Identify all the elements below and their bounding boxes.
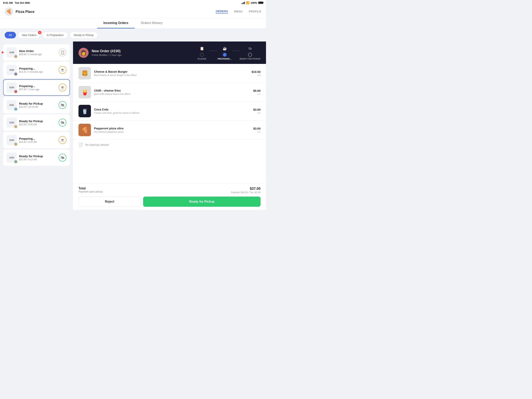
step-ready-icon: 🛍: [247, 45, 253, 52]
order-detail-title: New Order (#230): [92, 49, 191, 53]
note-icon: 📄: [78, 143, 83, 147]
order-number-box-230: #230: [7, 82, 17, 93]
order-id-232: #232: [9, 121, 14, 124]
order-id-231: #231: [9, 104, 14, 106]
item-qty-cola: x 1: [253, 112, 260, 114]
order-icon-232: 🛍: [59, 119, 66, 126]
nav-menu[interactable]: MENU: [234, 10, 243, 13]
nav-orders[interactable]: ORDERS: [216, 10, 228, 14]
item-details-pizza: Pepperoni pizza slice Our famous peppero…: [94, 127, 250, 133]
payment-method: Payment upon pickup: [78, 190, 103, 193]
action-buttons: Reject Ready for Pickup: [78, 197, 260, 207]
order-id-228: #228: [9, 51, 14, 54]
battery-percent: 100%: [251, 1, 257, 4]
order-item-pizza: 🍕 Pepperoni pizza slice Our famous peppe…: [73, 121, 266, 140]
order-status-229: Preparing...: [19, 67, 56, 70]
order-item-fries: 🍟 Chilli - cheese fries Best chilli chee…: [73, 83, 266, 102]
total-label: Total: [78, 187, 103, 190]
new-order-dot: [1, 51, 4, 53]
order-icon-228: 📋: [59, 49, 66, 56]
order-id-230: #230: [9, 86, 14, 89]
item-name-fries: Chilli - cheese fries: [94, 89, 250, 92]
order-header: 👩 New Order (#230) Chloé Modibo / 1 hour…: [73, 41, 266, 64]
order-id-229: #229: [9, 69, 14, 71]
order-status-233: Preparing...: [19, 137, 56, 140]
order-meta-231: $32.00 / 10:15 AM: [19, 106, 56, 108]
order-card-231[interactable]: #231 Ready for Pickup $32.00 / 10:15 AM …: [3, 97, 70, 113]
order-note: 📄 No toppings please!: [73, 140, 266, 150]
order-icon-229: ☕: [59, 66, 66, 74]
status-time: 9:41 AM: [3, 1, 13, 4]
item-price-area-cola: $3.00 x 1: [253, 108, 260, 114]
order-card-229[interactable]: #229 Preparing... $14.20 / 5 minutes ago…: [3, 62, 70, 78]
order-card-232[interactable]: #232 Ready for Pickup $22.00 / 9:45 AM 🛍: [3, 114, 70, 131]
filter-all[interactable]: All: [5, 32, 16, 38]
total-amount: $37.00: [231, 187, 260, 191]
order-icon-234: 🛍: [59, 154, 66, 161]
avatar-229: [14, 72, 18, 76]
order-card-233[interactable]: #233 Preparing... $14.20 / 9:32 AM ☕: [3, 132, 70, 148]
order-meta-234: $22.00 / 8:12 AM: [19, 158, 56, 161]
order-meta-232: $22.00 / 9:45 AM: [19, 123, 56, 126]
step-placed: 📋 PLACED: [194, 45, 210, 60]
item-price-fries: $5.00: [253, 89, 260, 92]
filter-in-preparation[interactable]: In Preparation: [43, 32, 68, 38]
order-info-229: Preparing... $14.20 / 5 minutes ago: [19, 67, 56, 73]
step-dots-1: [210, 51, 217, 51]
filter-new-orders[interactable]: New Orders 4: [18, 32, 41, 38]
item-price-burger: $10.50: [252, 70, 260, 73]
order-info-231: Ready for Pickup $32.00 / 10:15 AM: [19, 102, 56, 108]
item-details-fries: Chilli - cheese fries Best chilli cheese…: [94, 89, 250, 96]
order-card-228[interactable]: #228 New Order $28.00 / 1 minute ago 📋: [3, 44, 70, 61]
tax-label: Tax:: [250, 191, 254, 194]
nav-profile[interactable]: PROFILE: [249, 10, 261, 13]
avatar-234: [14, 160, 18, 163]
note-text: No toppings please!: [85, 143, 109, 146]
top-nav: 🍕 Pizza Place ORDERS MENU PROFILE: [0, 6, 266, 18]
signal-bars-icon: [241, 1, 245, 4]
step-placed-label: PLACED: [198, 58, 206, 60]
item-price-area-pizza: $3.00 x 1: [253, 127, 260, 133]
order-card-230[interactable]: #230 Preparing... $37.00 / 1 hour ago ☕: [3, 79, 70, 96]
order-id-234: #234: [9, 156, 14, 159]
customer-avatar-img: 👩: [78, 48, 89, 58]
order-info-233: Preparing... $14.20 / 9:32 AM: [19, 137, 56, 143]
order-number-box-229: #229: [7, 65, 17, 75]
avatar-230: [14, 90, 18, 93]
subtotal-value: $34.00: [241, 191, 248, 194]
total-subtax: Subtotal: $34.00 / Tax: $3.00: [231, 191, 260, 194]
order-icon-233: ☕: [59, 136, 66, 144]
reject-button[interactable]: Reject: [78, 197, 141, 207]
item-img-fries: 🍟: [78, 86, 91, 98]
avatar-228: [14, 55, 18, 58]
item-qty-fries: x 1: [253, 93, 260, 96]
wifi-icon: 📶: [246, 1, 249, 4]
total-row: Total Payment upon pickup $37.00 Subtota…: [78, 187, 260, 194]
order-info-234: Ready for Pickup $22.00 / 8:12 AM: [19, 154, 56, 161]
order-item-cola: 🥤 Coca Cola Classic soft drink, great fo…: [73, 102, 266, 121]
status-date: Tue Oct 30th: [15, 1, 30, 4]
order-status-234: Ready for Pickup: [19, 154, 56, 158]
item-price-area-burger: $10.50 x 2: [252, 70, 260, 77]
tab-orders-history[interactable]: Orders History: [134, 18, 169, 28]
item-qty-burger: x 2: [252, 74, 260, 77]
filter-ready-to-pickup[interactable]: Ready to Pickup: [70, 32, 98, 38]
order-icon-231: 🛍: [59, 101, 66, 109]
order-id-233: #233: [9, 139, 14, 141]
item-name-burger: Cheese & Bacon Burger: [94, 70, 248, 73]
step-placed-circle: [200, 53, 204, 57]
status-indicators: 📶 100%: [241, 1, 263, 4]
order-icon-230: ☕: [59, 84, 66, 91]
order-customer-time: Chloé Modibo / 1 hour ago: [92, 54, 191, 57]
order-number-box-233: #233: [7, 135, 17, 145]
order-meta-233: $14.20 / 9:32 AM: [19, 141, 56, 143]
ready-for-pickup-button[interactable]: Ready for Pickup: [143, 197, 260, 207]
step-ready-pickup: 🛍 READY FOR PICKUP: [240, 45, 260, 60]
item-desc-cola: Classic soft drink, great for extras to …: [94, 112, 250, 114]
order-card-234[interactable]: #234 Ready for Pickup $22.00 / 8:12 AM 🛍: [3, 149, 70, 166]
tab-incoming-orders[interactable]: Incoming Orders: [97, 18, 134, 28]
step-preparing-circle: ✓: [223, 53, 227, 57]
item-img-pizza: 🍕: [78, 124, 91, 136]
item-qty-pizza: x 1: [253, 130, 260, 133]
filter-row: All New Orders 4 In Preparation Ready to…: [0, 29, 266, 41]
